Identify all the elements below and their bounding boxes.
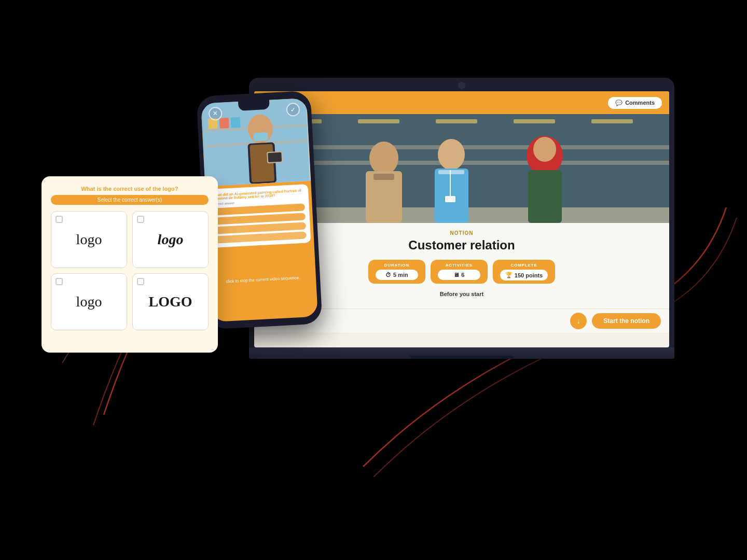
- logo-option-2[interactable]: logo: [132, 211, 209, 268]
- stop-button[interactable]: [251, 249, 273, 271]
- phone-answer-list: [214, 203, 307, 243]
- logo-checkbox-1[interactable]: [56, 216, 63, 223]
- phone-notch: [238, 99, 270, 111]
- store-illustration: [254, 114, 669, 223]
- activities-label: ACTIVITIES: [438, 263, 480, 268]
- svg-point-13: [438, 139, 465, 170]
- main-scene: 💬 Comments: [0, 0, 747, 560]
- logo-text-3: logo: [76, 293, 102, 310]
- screen-header: 💬 Comments: [254, 91, 669, 114]
- stats-row: DURATION ⏱ 5 min ACTIVITIES 🖥 6: [265, 260, 659, 284]
- monitor-icon: 🖥: [453, 272, 459, 278]
- close-button[interactable]: ✕: [208, 107, 222, 121]
- svg-rect-20: [528, 170, 562, 223]
- duration-value: ⏱ 5 min: [376, 270, 418, 280]
- logo-checkbox-2[interactable]: [137, 216, 144, 223]
- logo-checkbox-4[interactable]: [137, 278, 144, 285]
- complete-card: COMPLETE 🏆 150 points: [493, 260, 555, 284]
- scroll-down-button[interactable]: ↓: [570, 313, 587, 329]
- notion-label: NOTION: [265, 230, 659, 236]
- svg-rect-15: [438, 170, 464, 174]
- notion-title: Customer relation: [265, 238, 659, 253]
- logo-text-2: logo: [158, 231, 184, 248]
- comments-button[interactable]: 💬 Comments: [608, 97, 662, 109]
- svg-rect-3: [358, 119, 399, 123]
- quiz-instruction: Select the correct answer(s): [51, 195, 209, 205]
- store-image: [254, 114, 669, 223]
- duration-card: DURATION ⏱ 5 min: [368, 260, 425, 284]
- svg-point-19: [533, 137, 556, 162]
- svg-rect-32: [268, 152, 282, 162]
- svg-rect-6: [591, 119, 633, 123]
- svg-rect-4: [436, 119, 477, 123]
- start-notion-button[interactable]: Start the notion: [592, 313, 661, 329]
- logo-option-4[interactable]: LOGO: [132, 273, 209, 330]
- svg-rect-17: [445, 196, 455, 202]
- logo-option-3[interactable]: logo: [51, 273, 127, 330]
- activities-card: ACTIVITIES 🖥 6: [431, 260, 488, 284]
- duration-label: DURATION: [376, 263, 418, 268]
- logo-text-4: LOGO: [148, 293, 192, 310]
- quiz-question: What is the correct use of the logo?: [51, 186, 209, 192]
- laptop-base: [249, 347, 674, 359]
- trophy-icon: 🏆: [505, 272, 513, 278]
- svg-rect-12: [374, 174, 394, 180]
- activities-value: 🖥 6: [438, 270, 480, 280]
- stop-icon: [258, 255, 267, 264]
- phone-screen: ✕ ✓: [201, 98, 318, 322]
- phone-stop-text: click to stop the current video sequence…: [214, 271, 312, 289]
- svg-rect-5: [514, 119, 555, 123]
- laptop-camera: [458, 82, 465, 89]
- logo-text-1: logo: [76, 231, 102, 248]
- phone-stop-area: click to stop the current video sequence…: [209, 243, 316, 294]
- logo-grid: logo logo logo LOGO: [51, 211, 209, 330]
- check-button[interactable]: ✓: [286, 103, 300, 117]
- logo-option-1[interactable]: logo: [51, 211, 127, 268]
- quiz-card: What is the correct use of the logo? Sel…: [42, 176, 218, 353]
- down-arrow-icon: ↓: [577, 317, 580, 325]
- phone-question-area: What did an AI-generated painting called…: [209, 184, 311, 248]
- svg-point-10: [369, 142, 398, 175]
- complete-label: COMPLETE: [500, 263, 548, 268]
- svg-rect-14: [435, 169, 468, 223]
- logo-checkbox-3[interactable]: [56, 278, 63, 285]
- clock-icon: ⏱: [385, 272, 391, 278]
- svg-rect-28: [253, 132, 268, 141]
- complete-value: 🏆 150 points: [500, 270, 548, 281]
- comment-icon: 💬: [615, 100, 622, 106]
- before-start-label: Before you start: [265, 291, 659, 297]
